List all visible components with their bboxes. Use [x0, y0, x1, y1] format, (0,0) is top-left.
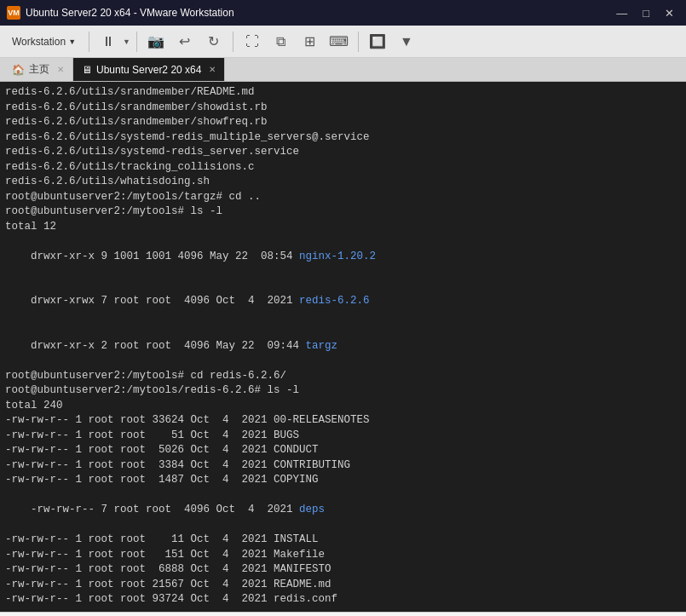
toolbar-sep-4: [358, 32, 359, 52]
term-line-10: drwxr-xr-x 9 1001 1001 4096 May 22 08:54…: [5, 234, 681, 279]
term-line-20: -rw-rw-r-- 1 root root 1487 Oct 4 2021 C…: [5, 473, 681, 488]
term-line-7: root@ubuntuserver2:/mytools/targz# cd ..: [5, 190, 681, 205]
term-line-5: redis-6.2.6/utils/tracking_collisions.c: [5, 160, 681, 176]
term-line-23: -rw-rw-r-- 1 root root 151 Oct 4 2021 Ma…: [5, 548, 681, 563]
fullscreen-icon: ⛶: [245, 34, 259, 49]
resize-icon: ⊞: [304, 33, 315, 49]
vm-tab-label: Ubuntu Server2 20 x64: [96, 64, 201, 76]
workstation-arrow: ▼: [68, 37, 76, 46]
maximize-button[interactable]: □: [637, 5, 654, 21]
snapshot-button[interactable]: 📷: [143, 30, 169, 54]
home-tab-close[interactable]: ✕: [57, 65, 64, 74]
term-line-26: -rw-rw-r-- 1 root root 93724 Oct 4 2021 …: [5, 592, 681, 607]
term-line-11: drwxr-xrwx 7 root root 4096 Oct 4 2021 r…: [5, 279, 681, 325]
pause-dropdown[interactable]: ▼: [123, 37, 130, 46]
tab-home[interactable]: 🏠 主页 ✕: [3, 58, 73, 81]
term-line-21: -rw-rw-r-- 7 root root 4096 Oct 4 2021 d…: [5, 488, 681, 533]
term-line-4: redis-6.2.6/utils/systemd-redis_server.s…: [5, 145, 681, 160]
vmware-icon: VM: [7, 6, 20, 20]
revert-icon: ↩: [179, 33, 190, 49]
fullscreen-button[interactable]: ⛶: [239, 30, 265, 54]
power-icon: ↻: [208, 33, 219, 49]
toolbar: Workstation ▼ ⏸ ▼ 📷 ↩ ↻ ⛶ ⧉ ⊞ ⌨ 🔲 ▼: [0, 26, 686, 58]
vm-tab-close[interactable]: ✕: [209, 65, 216, 74]
power2-button[interactable]: ↻: [201, 30, 227, 54]
fullscreen2-icon: ⧉: [276, 34, 285, 49]
title-bar-left: VM Ubuntu Server2 20 x64 - VMware Workst…: [7, 6, 234, 20]
status-bar: 要将输入定向到该虚拟机，请在虚拟机内部单击或按 Ctrl+G。 🖨 💾 🔊 🌐 …: [0, 612, 686, 616]
unity-icon: 🔲: [369, 33, 386, 49]
pause-icon: ⏸: [101, 34, 115, 49]
title-bar-title: Ubuntu Server2 20 x64 - VMware Workstati…: [26, 7, 234, 19]
toolbar-sep-1: [89, 32, 89, 52]
term-line-1: redis-6.2.6/utils/srandmember/showdist.r…: [5, 101, 681, 116]
home-tab-label: 主页: [29, 62, 49, 77]
term-line-12: drwxr-xr-x 2 root root 4096 May 22 09:44…: [5, 324, 681, 369]
term-line-0: redis-6.2.6/utils/srandmember/README.md: [5, 85, 681, 101]
minimize-button[interactable]: —: [611, 5, 632, 21]
term-line-2: redis-6.2.6/utils/srandmember/showfreq.r…: [5, 115, 681, 130]
term-line-24: -rw-rw-r-- 1 root root 6888 Oct 4 2021 M…: [5, 562, 681, 578]
workstation-label: Workstation: [12, 36, 66, 48]
term-line-6: redis-6.2.6/utils/whatisdoing.sh: [5, 175, 681, 190]
term-line-3: redis-6.2.6/utils/systemd-redis_multiple…: [5, 130, 681, 146]
terminal[interactable]: redis-6.2.6/utils/srandmember/README.md …: [0, 82, 686, 612]
workstation-menu[interactable]: Workstation ▼: [5, 32, 83, 51]
term-line-25: -rw-rw-r-- 1 root root 21567 Oct 4 2021 …: [5, 578, 681, 593]
title-bar: VM Ubuntu Server2 20 x64 - VMware Workst…: [0, 0, 686, 26]
unity-dropdown[interactable]: ▼: [394, 30, 419, 54]
toolbar-sep-3: [233, 32, 233, 52]
snapshot-icon: 📷: [147, 33, 164, 49]
term-line-14: root@ubuntuserver2:/mytools/redis-6.2.6#…: [5, 383, 681, 399]
term-line-8: root@ubuntuserver2:/mytools# ls -l: [5, 204, 681, 220]
term-line-9: total 12: [5, 220, 681, 235]
vm-tab-icon: 🖥: [82, 64, 92, 76]
fullscreen2-button[interactable]: ⧉: [268, 30, 294, 54]
toolbar-sep-2: [136, 32, 137, 52]
ctrl-alt-del-button[interactable]: ⌨: [326, 30, 352, 54]
term-line-13: root@ubuntuserver2:/mytools# cd redis-6.…: [5, 369, 681, 384]
term-line-22: -rw-rw-r-- 1 root root 11 Oct 4 2021 INS…: [5, 533, 681, 548]
term-line-15: total 240: [5, 399, 681, 414]
close-button[interactable]: ✕: [660, 5, 679, 21]
term-line-18: -rw-rw-r-- 1 root root 5026 Oct 4 2021 C…: [5, 443, 681, 458]
tab-vm[interactable]: 🖥 Ubuntu Server2 20 x64 ✕: [73, 58, 225, 81]
ctrl-alt-del-icon: ⌨: [329, 33, 349, 49]
resize-button[interactable]: ⊞: [297, 30, 323, 54]
tab-bar: 🏠 主页 ✕ 🖥 Ubuntu Server2 20 x64 ✕: [0, 58, 686, 82]
term-line-16: -rw-rw-r-- 1 root root 33624 Oct 4 2021 …: [5, 413, 681, 429]
power-controls: ⏸ ▼: [95, 30, 130, 54]
title-bar-controls: — □ ✕: [611, 5, 679, 21]
home-tab-icon: 🏠: [12, 64, 25, 76]
term-line-17: -rw-rw-r-- 1 root root 51 Oct 4 2021 BUG…: [5, 429, 681, 444]
revert-button[interactable]: ↩: [172, 30, 198, 54]
unity-dropdown-icon: ▼: [400, 34, 413, 49]
term-line-19: -rw-rw-r-- 1 root root 3384 Oct 4 2021 C…: [5, 458, 681, 474]
unity-button[interactable]: 🔲: [365, 30, 390, 54]
pause-button[interactable]: ⏸: [95, 30, 121, 54]
